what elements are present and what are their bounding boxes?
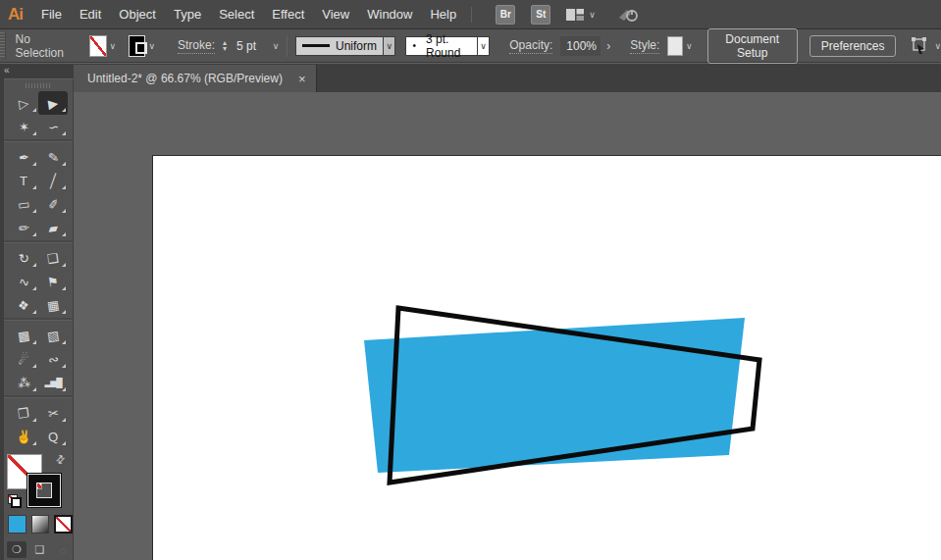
style-label[interactable]: Style: (630, 38, 659, 54)
zoom-tool[interactable]: Q (38, 425, 68, 448)
width-profile-select[interactable]: Uniform (295, 36, 384, 56)
opacity-expand-icon[interactable]: › (606, 39, 610, 53)
menu-item-object[interactable]: Object (110, 0, 165, 28)
paintbrush-tool[interactable]: ✐ (38, 192, 68, 216)
close-tab-icon[interactable]: × (298, 72, 306, 86)
chevron-down-icon: ∨ (589, 10, 596, 20)
hand-tool[interactable]: ✌ (9, 425, 38, 448)
menu-item-select[interactable]: Select (210, 0, 263, 28)
blend-tool[interactable]: ∾ (38, 347, 68, 371)
graphic-style-swatch[interactable] (667, 36, 683, 56)
eraser-tool[interactable]: ▰ (38, 216, 68, 239)
opacity-label[interactable]: Opacity: (509, 38, 552, 54)
workspace-switcher-button[interactable]: ∨ (566, 8, 596, 22)
perspective-grid-tool[interactable]: ▦ (38, 293, 68, 317)
tools-panel-grip[interactable] (26, 83, 51, 88)
column-graph-tool[interactable]: ▂▅█ (38, 371, 68, 394)
style-chevron-icon[interactable]: ∨ (683, 41, 696, 51)
eyedropper-tool[interactable]: ☄ (9, 347, 38, 371)
brush-definition-select[interactable]: • 3 pt. Round (405, 36, 477, 56)
color-swatch-blue[interactable] (8, 515, 26, 534)
shaper-tool-icon: ✏ (18, 220, 30, 235)
draw-behind-icon[interactable]: ❑ (30, 541, 50, 558)
stroke-black-swatch[interactable] (28, 475, 60, 506)
brushes-panel-button[interactable]: Br (496, 5, 515, 25)
panel-grip[interactable] (0, 32, 6, 59)
stepper-down-icon[interactable]: ▾ (223, 46, 227, 52)
direct-selection-tool-icon: ▷ (18, 95, 29, 111)
line-segment-tool[interactable]: ╱ (38, 169, 68, 192)
eraser-tool-icon: ▰ (47, 220, 59, 235)
rotate-tool[interactable]: ↻ (9, 246, 38, 270)
lasso-tool[interactable]: ∽ (38, 115, 68, 138)
graphic-styles-panel-button[interactable]: St (531, 5, 550, 25)
stroke-chevron-icon[interactable]: ∨ (145, 41, 158, 51)
stroke-color-swatch[interactable] (129, 35, 145, 57)
menubar-divider (471, 7, 472, 23)
mesh-tool-icon: ▩ (17, 328, 30, 344)
magic-wand-tool[interactable]: ✶ (9, 115, 38, 138)
stroke-weight-select[interactable]: 5 pt ∨ (233, 39, 279, 53)
default-fill-stroke-icon[interactable] (8, 494, 18, 504)
collapse-panel-icon[interactable]: « (4, 65, 10, 76)
menu-item-file[interactable]: File (32, 0, 71, 28)
curvature-tool[interactable]: ✎ (38, 145, 68, 169)
type-tool[interactable]: T (9, 169, 38, 192)
menu-item-window[interactable]: Window (358, 0, 421, 28)
draw-normal-icon[interactable]: ❍ (7, 541, 26, 558)
shape-builder-tool[interactable]: ❖ (9, 293, 38, 317)
puppet-warp-tool[interactable]: ⚑ (38, 270, 68, 293)
artboard-tool[interactable]: ❐ (9, 401, 38, 425)
width-profile-chevron-icon[interactable]: ∨ (384, 36, 395, 56)
symbol-sprayer-tool-icon: ⁂ (17, 375, 31, 391)
fill-chevron-icon[interactable]: ∨ (107, 41, 120, 51)
transform-box-icon (910, 37, 929, 55)
fill-color-swatch[interactable] (89, 35, 106, 57)
symbol-sprayer-tool[interactable]: ⁂ (9, 371, 38, 394)
perspective-grid-tool-icon: ▦ (46, 297, 60, 314)
document-tab-title: Untitled-2* @ 66.67% (RGB/Preview) (87, 72, 283, 85)
direct-selection-tool[interactable]: ▷ (9, 91, 38, 115)
menu-item-help[interactable]: Help (421, 0, 465, 28)
gradient-tool[interactable]: ▧ (38, 324, 68, 347)
opacity-value: 100% (566, 39, 597, 53)
none-swatch[interactable] (54, 515, 73, 534)
stroke-weight-label[interactable]: Stroke: (178, 38, 215, 54)
scale-tool[interactable]: ❏ (38, 246, 68, 270)
scale-tool-icon: ❏ (46, 250, 60, 266)
width-tool[interactable]: ∿ (9, 270, 38, 293)
stroke-weight-stepper[interactable]: ▴ ▾ (223, 40, 227, 52)
shaper-tool[interactable]: ✏ (9, 216, 38, 239)
pen-tool[interactable]: ✒ (9, 145, 38, 169)
width-profile-value: Uniform (336, 39, 377, 53)
rectangle-tool[interactable]: ▭ (9, 192, 38, 216)
slice-tool[interactable]: ✂ (38, 401, 68, 425)
chevron-down-icon: ∨ (273, 41, 280, 51)
selection-options-button[interactable]: ∨ (910, 37, 941, 55)
document-setup-button[interactable]: Document Setup (707, 28, 798, 64)
selection-tool[interactable]: ▶ (38, 91, 68, 115)
document-tab[interactable]: Untitled-2* @ 66.67% (RGB/Preview) × (74, 65, 317, 92)
swap-fill-stroke-icon[interactable]: ⇄ (53, 452, 69, 468)
rotate-tool-icon: ↻ (18, 250, 30, 266)
brush-chevron-icon[interactable]: ∨ (478, 36, 490, 56)
menu-item-type[interactable]: Type (165, 0, 210, 28)
opacity-input[interactable]: 100% (560, 36, 601, 56)
menu-item-effect[interactable]: Effect (263, 0, 313, 28)
canvas[interactable] (74, 92, 941, 560)
menu-item-edit[interactable]: Edit (71, 0, 110, 28)
app-logo: Ai (8, 5, 23, 25)
tool-group: ↻❏∿⚑❖▦ (4, 242, 73, 317)
blue-rectangle-shape[interactable] (364, 318, 745, 473)
gpu-performance-button[interactable] (617, 6, 639, 24)
document-area: Untitled-2* @ 66.67% (RGB/Preview) × (74, 64, 941, 560)
menu-item-view[interactable]: View (313, 0, 358, 28)
quick-color-row (4, 509, 73, 534)
mesh-tool[interactable]: ▩ (9, 324, 38, 347)
preferences-button[interactable]: Preferences (810, 35, 897, 57)
rectangle-tool-icon: ▭ (17, 196, 30, 213)
gradient-swatch[interactable] (31, 515, 50, 534)
magic-wand-tool-icon: ✶ (18, 119, 30, 134)
selection-status: No Selection (16, 32, 67, 60)
shape-builder-tool-icon: ❖ (17, 297, 30, 313)
